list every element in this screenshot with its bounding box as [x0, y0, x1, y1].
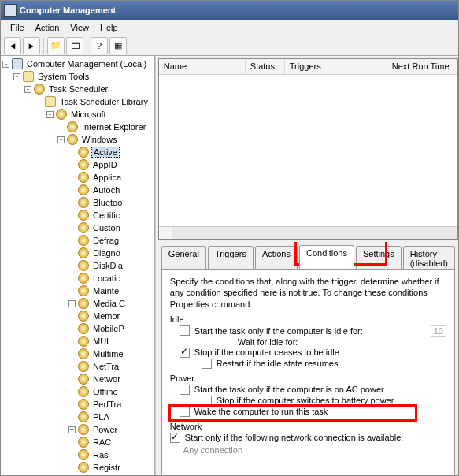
clock-icon: [78, 147, 89, 158]
tree-item[interactable]: -Windows: [1, 133, 154, 146]
tab-settings[interactable]: Settings: [356, 246, 402, 270]
tree-item[interactable]: MUI: [1, 335, 154, 348]
tree-item-label: Autoch: [91, 185, 121, 195]
tree-item[interactable]: MobileP: [1, 322, 154, 335]
tree-item[interactable]: Diagno: [1, 247, 154, 259]
tree-item[interactable]: Defrag: [1, 234, 154, 247]
tree-item[interactable]: AppID: [1, 158, 154, 171]
help-button[interactable]: ?: [91, 37, 108, 54]
tree-item[interactable]: PerfTra: [1, 398, 154, 411]
tree-item[interactable]: NetTra: [1, 360, 154, 373]
tree-item[interactable]: Networ: [1, 373, 154, 385]
col-status[interactable]: Status: [246, 59, 285, 74]
tree-item[interactable]: Internet Explorer: [1, 121, 154, 133]
tree-item[interactable]: Active: [1, 146, 154, 158]
col-triggers[interactable]: Triggers: [285, 59, 387, 74]
checkbox-power-batt[interactable]: [202, 396, 212, 406]
idle-for-value[interactable]: 10: [431, 325, 446, 337]
opt-idle-stop: Stop if the computer ceases to be idle: [170, 348, 446, 358]
horizontal-scrollbar[interactable]: [159, 226, 457, 239]
tree-item[interactable]: +Power: [1, 423, 154, 436]
column-headers[interactable]: Name Status Triggers Next Run Time: [159, 59, 457, 75]
collapse-icon[interactable]: -: [57, 136, 65, 143]
tree-item[interactable]: Applica: [1, 171, 154, 184]
tree-spacer: [68, 401, 76, 408]
clock-icon: [78, 386, 89, 397]
collapse-icon[interactable]: -: [2, 61, 9, 68]
clock-icon: [78, 235, 89, 246]
tree-item[interactable]: Bluetoo: [1, 196, 154, 209]
forward-button[interactable]: ►: [23, 37, 40, 54]
collapse-icon[interactable]: -: [46, 111, 54, 118]
menu-help[interactable]: Help: [95, 21, 123, 34]
tab-history[interactable]: History (disabled): [403, 246, 455, 270]
detail-pane: Name Status Triggers Next Run Time Gener…: [155, 56, 458, 475]
menu-action[interactable]: Action: [31, 21, 65, 34]
clock-icon: [78, 374, 89, 385]
tree-item[interactable]: Locatic: [1, 272, 154, 284]
checkbox-power-ac[interactable]: [180, 385, 190, 395]
expand-icon[interactable]: +: [68, 300, 76, 307]
tree-spacer: [68, 262, 76, 270]
up-button[interactable]: 📁: [47, 37, 65, 54]
properties-button[interactable]: 🗔: [66, 37, 83, 54]
section-idle: Idle: [170, 314, 446, 324]
tab-general[interactable]: General: [161, 246, 206, 270]
checkbox-idle-start[interactable]: [180, 325, 190, 336]
list-body[interactable]: [159, 75, 457, 226]
tree-item[interactable]: -System Tools: [1, 70, 154, 83]
clock-icon: [78, 172, 89, 183]
tree-item-label: DiskDia: [91, 261, 124, 270]
tree-spacer: [68, 212, 76, 219]
clock-icon: [67, 134, 78, 145]
clock-icon: [78, 210, 89, 221]
checkbox-power-wake[interactable]: [180, 407, 190, 417]
network-connection-select[interactable]: Any connection: [180, 444, 446, 456]
label-power-wake: Wake the computer to run this task: [194, 407, 328, 416]
tab-triggers[interactable]: Triggers: [208, 246, 254, 270]
menu-view[interactable]: View: [65, 21, 94, 34]
checkbox-idle-restart[interactable]: [202, 359, 212, 369]
clock-icon: [78, 348, 89, 359]
tree-item[interactable]: Mainte: [1, 284, 154, 297]
section-network: Network: [170, 422, 446, 431]
tree-item[interactable]: DiskDia: [1, 259, 154, 272]
collapse-icon[interactable]: -: [24, 86, 31, 93]
tree-spacer: [68, 275, 76, 282]
collapse-icon[interactable]: -: [13, 73, 20, 80]
tree-item[interactable]: Memor: [1, 310, 154, 322]
tree-item[interactable]: Multime: [1, 348, 154, 360]
checkbox-network-start[interactable]: [170, 433, 180, 443]
tree-item[interactable]: Task Scheduler Library: [1, 95, 154, 108]
menu-file[interactable]: File: [6, 21, 29, 34]
tree-item[interactable]: +Media C: [1, 297, 154, 310]
checkbox-idle-stop[interactable]: [180, 348, 190, 358]
tree-item[interactable]: -Computer Management (Local): [1, 58, 154, 70]
col-nextrun[interactable]: Next Run Time: [387, 59, 457, 74]
tree-item[interactable]: -Microsoft: [1, 108, 154, 121]
tree-item[interactable]: PLA: [1, 411, 154, 423]
tree-item[interactable]: Offline: [1, 385, 154, 398]
tree-item[interactable]: Ras: [1, 448, 154, 461]
tree-item[interactable]: Custon: [1, 221, 154, 234]
tab-conditions[interactable]: Conditions: [299, 245, 354, 269]
titlebar[interactable]: Computer Management: [1, 1, 458, 20]
col-name[interactable]: Name: [159, 59, 246, 74]
clock-icon: [78, 247, 89, 258]
expand-icon[interactable]: +: [68, 426, 76, 433]
tab-body-conditions: Specify the conditions that, along with …: [161, 269, 455, 475]
tree-item[interactable]: -Task Scheduler: [1, 83, 154, 95]
tree-item[interactable]: Registr: [1, 461, 154, 474]
task-list[interactable]: Name Status Triggers Next Run Time: [158, 58, 458, 240]
tree-item[interactable]: Autoch: [1, 184, 154, 196]
tab-actions[interactable]: Actions: [255, 246, 298, 270]
tree-item-label: Computer Management (Local): [25, 59, 148, 69]
folder-icon: [23, 71, 34, 82]
tree-pane[interactable]: -Computer Management (Local)-System Tool…: [1, 56, 155, 475]
back-button[interactable]: ◄: [4, 37, 21, 54]
tree-item[interactable]: Certific: [1, 209, 154, 221]
refresh-button[interactable]: ▦: [109, 37, 127, 54]
tree-item-label: Networ: [91, 374, 122, 384]
opt-network-start: Start only if the following network conn…: [170, 433, 446, 443]
tree-item[interactable]: RAC: [1, 436, 154, 448]
